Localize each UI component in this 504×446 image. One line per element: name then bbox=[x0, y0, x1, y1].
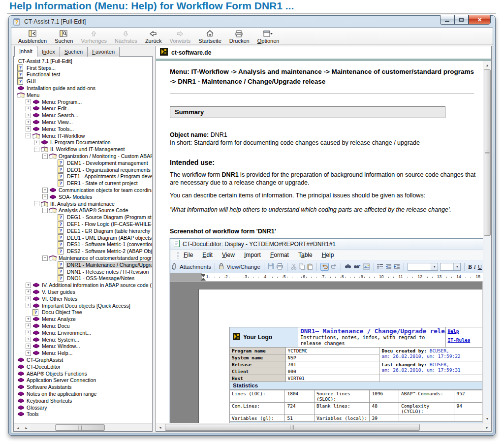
tree-item[interactable]: +I. Program Documentation bbox=[15, 139, 152, 146]
tree-item-label[interactable]: DEM1 - Development management bbox=[66, 160, 149, 166]
menu-import[interactable]: Import bbox=[244, 252, 261, 258]
tree-item-label[interactable]: Tools bbox=[26, 411, 40, 417]
cut-icon[interactable] bbox=[291, 263, 297, 271]
tree-item-label[interactable]: DEG1 - Source Diagram (Program structure… bbox=[66, 214, 152, 220]
tree-item[interactable]: Tools bbox=[15, 411, 152, 417]
expand-icon[interactable]: + bbox=[26, 323, 31, 328]
tree-item-label[interactable]: VI. Other Notes bbox=[41, 296, 78, 302]
tree-item-label[interactable]: DER1 - State of current project bbox=[66, 180, 139, 186]
tree-item-label[interactable]: Menu: Tools... bbox=[41, 126, 75, 132]
expand-icon[interactable]: + bbox=[42, 194, 48, 199]
expand-icon[interactable]: + bbox=[26, 330, 31, 335]
expand-icon[interactable]: + bbox=[26, 337, 31, 342]
options-button[interactable]: Optionen bbox=[253, 29, 284, 44]
save-icon[interactable] bbox=[267, 263, 274, 271]
tree-item[interactable]: ?DNR1 - Maintenance / Change/Upgrade rel… bbox=[15, 261, 152, 268]
tree-item[interactable]: +Menu: Docu bbox=[15, 322, 152, 329]
tree-item-label[interactable]: DES2 - Software Metric-2 (ABAP Objects) bbox=[66, 248, 152, 254]
tree-item-label[interactable]: Menu: Help... bbox=[41, 350, 73, 356]
tree-item[interactable]: CT-GraphAssist bbox=[15, 356, 152, 363]
close-button[interactable]: ✕ bbox=[469, 15, 491, 25]
tree-item[interactable]: ?DES1 - Software Metric-1 (conventional … bbox=[15, 241, 152, 248]
tree-item-label[interactable]: I. Program Documentation bbox=[49, 139, 112, 145]
expand-icon[interactable]: + bbox=[26, 350, 31, 356]
tree-item[interactable]: −II. Workflow und IT-Management bbox=[15, 146, 152, 153]
form-help-link[interactable]: Help bbox=[448, 328, 481, 334]
scroll-left-icon[interactable]: ◄ bbox=[14, 424, 22, 432]
collapse-icon[interactable]: − bbox=[26, 133, 31, 138]
tree-item-label[interactable]: Menu: Search... bbox=[41, 112, 79, 118]
tree-item-label[interactable]: Functional test bbox=[26, 71, 61, 77]
tree-item-label[interactable]: Docu Object Tree bbox=[41, 309, 83, 315]
tree-item[interactable]: +Menu: Search... bbox=[15, 112, 152, 119]
tree-item[interactable]: +Communication objects for team coordina… bbox=[15, 187, 152, 193]
tree-item-label[interactable]: Organization / Monitoring - Custom ABAP … bbox=[58, 153, 152, 159]
content-horizontal-scrollbar[interactable]: ◄ ► bbox=[156, 423, 491, 431]
tree-item[interactable]: −Organization / Monitoring - Custom ABAP… bbox=[15, 153, 152, 159]
tree-item[interactable]: ?DEO1 - Organizational requirements bbox=[15, 166, 152, 173]
expand-icon[interactable]: + bbox=[26, 303, 31, 308]
menu-file[interactable]: File bbox=[184, 252, 193, 258]
tree-item[interactable]: ?DEG1 - Source Diagram (Program structur… bbox=[15, 214, 152, 221]
tab-suchen[interactable]: Suchen bbox=[60, 47, 88, 57]
underline-button[interactable]: U bbox=[478, 264, 482, 270]
bullet-list-icon[interactable] bbox=[377, 263, 383, 270]
tree-item-label[interactable]: Menu: View... bbox=[41, 119, 74, 125]
tab-inhalt[interactable]: Inhalt bbox=[14, 46, 37, 57]
next-button[interactable]: Nächstes bbox=[111, 29, 141, 44]
expand-icon[interactable]: + bbox=[34, 140, 39, 145]
menu-help[interactable]: Help bbox=[322, 252, 334, 258]
collapse-icon[interactable]: − bbox=[42, 208, 48, 213]
tree-item-label[interactable]: DES1 - Software Metric-1 (conventional A… bbox=[66, 241, 152, 247]
content-vertical-scrollbar[interactable]: ▲ ▼ bbox=[483, 61, 491, 423]
tree-item-label[interactable]: DEU1 - UML Diagram (ABAP objects) bbox=[66, 235, 152, 241]
tree-item[interactable]: ?DEM1 - Development management bbox=[15, 159, 152, 166]
tree-item-label[interactable]: Maintenance of customer/standard program… bbox=[58, 255, 152, 261]
hide-button[interactable]: Ausblenden bbox=[14, 29, 51, 44]
tree-item[interactable]: Keyboard Shortcuts bbox=[15, 397, 152, 404]
lock-icon[interactable] bbox=[219, 263, 224, 271]
tree-item[interactable]: +Menu: Window... bbox=[15, 343, 152, 350]
tree-item-label[interactable]: Menu: Environment... bbox=[41, 330, 92, 336]
tree-item[interactable]: ?Docu Object Tree bbox=[15, 309, 152, 316]
tree-item-label[interactable]: Menu bbox=[26, 92, 40, 98]
tree-item[interactable]: +Menu: View... bbox=[15, 119, 152, 126]
tree-item[interactable]: ?DEF1 - Flow Logic (IF-CASE-WHILE-LOOP .… bbox=[15, 221, 152, 227]
tree-item[interactable]: −Menu: IT-Workflow bbox=[15, 132, 152, 139]
undo-icon[interactable] bbox=[320, 263, 329, 271]
collapse-icon[interactable]: − bbox=[34, 201, 39, 206]
home-button[interactable]: Startseite bbox=[194, 29, 225, 44]
tree-item-label[interactable]: GUI bbox=[26, 78, 37, 84]
form-itrules-link[interactable]: IT-Rules bbox=[448, 337, 481, 343]
copy-icon[interactable] bbox=[299, 263, 305, 271]
tree-item-label[interactable]: Notes on the application range bbox=[26, 391, 97, 397]
tree-item-label[interactable]: II. Workflow und IT-Management bbox=[49, 146, 126, 152]
tree-item[interactable]: +IV. Additional information in ABAP sour… bbox=[15, 282, 152, 288]
expand-icon[interactable]: + bbox=[42, 188, 48, 193]
tree-item-label[interactable]: IV. Additional information in ABAP sourc… bbox=[41, 282, 152, 288]
collapse-icon[interactable]: − bbox=[42, 255, 48, 261]
tree-item-label[interactable]: DEE1 - ER Diagram (table hierarchy in AB… bbox=[66, 228, 152, 234]
tab-index[interactable]: Index bbox=[37, 47, 60, 57]
tree-item[interactable]: ABAP® Objects Functions bbox=[15, 370, 152, 377]
minimize-button[interactable] bbox=[440, 15, 454, 25]
tree-item[interactable]: Application Server Connection bbox=[15, 377, 152, 383]
tab-favoriten[interactable]: Favoriten bbox=[87, 47, 120, 57]
expand-icon[interactable]: + bbox=[26, 126, 31, 131]
expand-icon[interactable]: + bbox=[26, 113, 31, 118]
find-icon[interactable] bbox=[345, 263, 351, 270]
menu-view[interactable]: View bbox=[222, 252, 235, 258]
scroll-left-icon[interactable]: ◄ bbox=[156, 423, 164, 431]
window-titlebar[interactable]: ? CT-Assist 7.1 [Full-Edit] ✕ bbox=[9, 16, 495, 28]
back-button[interactable]: Zurück bbox=[141, 29, 166, 44]
tree-item-label[interactable]: V. User guides bbox=[41, 289, 76, 295]
tree-item-label[interactable]: Communication objects for team coordinat… bbox=[58, 187, 152, 193]
tree-item-label[interactable]: Menu: System... bbox=[41, 337, 80, 343]
tree-item[interactable]: +Menu: Program... bbox=[15, 98, 152, 105]
maximize-button[interactable] bbox=[454, 15, 469, 25]
scroll-right-icon[interactable]: ► bbox=[483, 423, 491, 431]
tree-item[interactable]: ?GUI bbox=[15, 78, 152, 85]
tree-item-label[interactable]: III. Analysis and maintenace bbox=[49, 201, 116, 207]
expand-icon[interactable]: + bbox=[26, 296, 31, 301]
tree-item-label[interactable]: Menu: IT-Workflow bbox=[41, 133, 86, 139]
